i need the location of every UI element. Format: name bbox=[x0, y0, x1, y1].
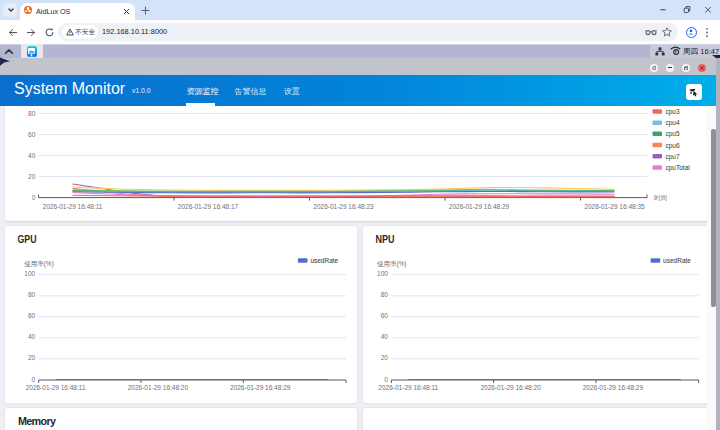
svg-text:80: 80 bbox=[28, 291, 36, 298]
svg-text:2026-01-29 16:48:11: 2026-01-29 16:48:11 bbox=[26, 384, 86, 391]
svg-text:cpu7: cpu7 bbox=[666, 153, 680, 161]
svg-text:cpu4: cpu4 bbox=[666, 119, 680, 127]
svg-text:60: 60 bbox=[28, 312, 36, 319]
svg-text:2026-01-29 16:48:29: 2026-01-29 16:48:29 bbox=[230, 384, 291, 391]
svg-text:时间: 时间 bbox=[654, 194, 667, 202]
svg-text:2026-01-29 16:48:20: 2026-01-29 16:48:20 bbox=[128, 384, 189, 391]
svg-text:cpu3: cpu3 bbox=[666, 108, 680, 116]
svg-text:100: 100 bbox=[24, 270, 35, 277]
svg-text:20: 20 bbox=[381, 354, 389, 361]
svg-text:GPU: GPU bbox=[18, 233, 37, 245]
svg-text:40: 40 bbox=[381, 333, 389, 340]
svg-text:2026-01-29 16:48:17: 2026-01-29 16:48:17 bbox=[178, 203, 239, 210]
svg-text:60: 60 bbox=[28, 131, 36, 138]
svg-text:2026-01-29 16:48:35: 2026-01-29 16:48:35 bbox=[584, 203, 645, 210]
svg-text:2026-01-29 16:48:11: 2026-01-29 16:48:11 bbox=[378, 384, 438, 391]
svg-text:NPU: NPU bbox=[376, 233, 395, 245]
svg-text:0: 0 bbox=[384, 376, 388, 383]
svg-text:0: 0 bbox=[32, 376, 36, 383]
svg-text:40: 40 bbox=[28, 333, 36, 340]
svg-text:20: 20 bbox=[28, 354, 36, 361]
svg-text:2026-01-29 16:48:29: 2026-01-29 16:48:29 bbox=[583, 384, 644, 391]
svg-text:usedRate: usedRate bbox=[310, 257, 338, 264]
svg-text:usedRate: usedRate bbox=[663, 257, 691, 264]
svg-text:80: 80 bbox=[28, 110, 36, 117]
svg-text:cpu6: cpu6 bbox=[666, 142, 680, 150]
svg-text:cpuTotal: cpuTotal bbox=[666, 164, 691, 172]
svg-text:2026-01-29 16:48:23: 2026-01-29 16:48:23 bbox=[313, 203, 374, 210]
svg-text:2026-01-29 16:48:20: 2026-01-29 16:48:20 bbox=[480, 384, 541, 391]
svg-text:20: 20 bbox=[28, 173, 36, 180]
svg-text:40: 40 bbox=[28, 152, 36, 159]
svg-text:2026-01-29 16:48:11: 2026-01-29 16:48:11 bbox=[43, 203, 103, 210]
svg-text:使用率(%): 使用率(%) bbox=[377, 260, 407, 268]
svg-text:100: 100 bbox=[377, 270, 388, 277]
svg-text:使用率(%): 使用率(%) bbox=[24, 260, 54, 268]
svg-text:cpu5: cpu5 bbox=[666, 130, 680, 138]
svg-text:60: 60 bbox=[381, 312, 389, 319]
svg-text:0: 0 bbox=[32, 194, 36, 201]
svg-text:2026-01-29 16:48:29: 2026-01-29 16:48:29 bbox=[449, 203, 510, 210]
svg-text:80: 80 bbox=[381, 291, 389, 298]
